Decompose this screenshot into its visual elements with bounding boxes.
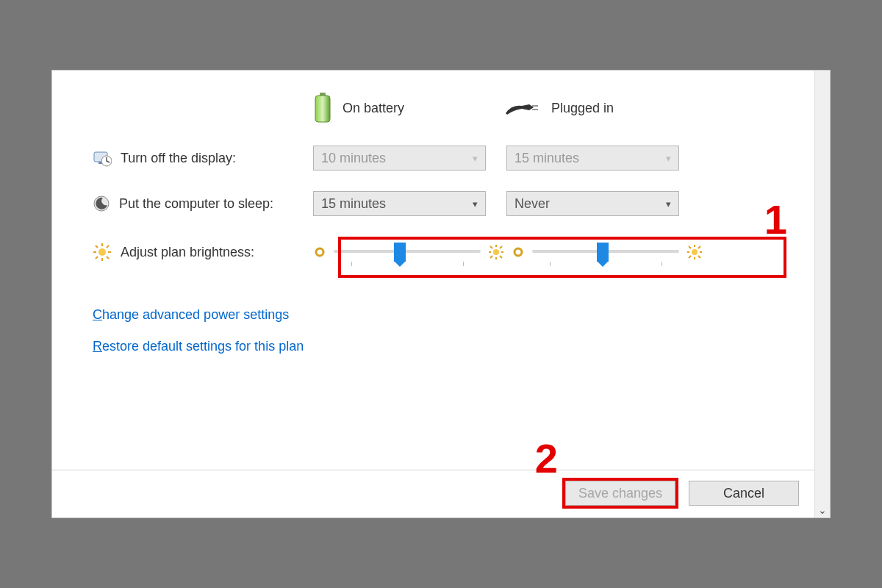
- chevron-down-icon: ▾: [473, 198, 478, 209]
- monitor-timer-icon: [93, 148, 112, 168]
- svg-point-8: [98, 248, 106, 256]
- svg-line-35: [698, 246, 700, 248]
- svg-point-17: [316, 248, 323, 256]
- brightness-battery-group: [313, 241, 504, 263]
- chevron-down-icon: ▾: [666, 153, 671, 164]
- svg-line-34: [698, 256, 700, 258]
- display-battery-select[interactable]: 10 minutes ▾: [313, 146, 486, 171]
- chevron-down-icon: ▾: [473, 153, 478, 164]
- moon-icon: [93, 195, 110, 212]
- svg-line-36: [689, 256, 691, 258]
- annotation-box-2: Save changes: [562, 478, 678, 509]
- svg-line-24: [500, 256, 502, 258]
- cancel-button[interactable]: Cancel: [689, 481, 799, 506]
- power-plan-window: On battery Plugged in: [51, 70, 831, 518]
- annotation-number-1: 1: [764, 196, 787, 243]
- brightness-label: Adjust plan brightness:: [121, 245, 254, 260]
- column-headers: On battery Plugged in: [93, 93, 800, 123]
- brightness-plugged-slider[interactable]: [532, 241, 679, 263]
- plug-icon: [504, 98, 541, 118]
- sleep-battery-value: 15 minutes: [321, 196, 386, 212]
- sleep-plugged-select[interactable]: Never ▾: [506, 191, 679, 216]
- restore-defaults-link[interactable]: Restore default settings for this plan: [93, 339, 304, 354]
- on-battery-header: On battery: [313, 93, 504, 123]
- svg-line-23: [490, 246, 492, 248]
- row-sleep: Put the computer to sleep: 15 minutes ▾ …: [93, 191, 800, 216]
- plugged-in-label: Plugged in: [551, 101, 614, 116]
- svg-rect-2: [532, 105, 538, 107]
- display-label: Turn off the display:: [121, 151, 236, 166]
- display-plugged-value: 15 minutes: [514, 151, 579, 166]
- sleep-battery-select[interactable]: 15 minutes ▾: [313, 191, 486, 216]
- brightness-low-icon: [313, 245, 326, 259]
- annotation-number-2: 2: [535, 434, 558, 482]
- brightness-plugged-group: [512, 241, 703, 263]
- svg-point-18: [493, 249, 499, 255]
- on-battery-label: On battery: [343, 101, 404, 116]
- svg-line-26: [490, 256, 492, 258]
- brightness-battery-slider[interactable]: [334, 241, 481, 263]
- plugged-in-header: Plugged in: [504, 98, 695, 118]
- links-section: Change advanced power settings Restore d…: [93, 307, 800, 370]
- svg-rect-1: [315, 96, 330, 122]
- svg-rect-3: [532, 109, 538, 110]
- chevron-down-icon: ▾: [666, 198, 671, 209]
- brightness-icon: [93, 243, 112, 262]
- display-plugged-select[interactable]: 15 minutes ▾: [506, 146, 679, 171]
- svg-point-28: [692, 249, 698, 255]
- vertical-scrollbar[interactable]: ⌄: [814, 71, 830, 517]
- svg-line-13: [96, 245, 98, 248]
- row-brightness: Adjust plan brightness:: [93, 241, 800, 263]
- sleep-plugged-value: Never: [514, 196, 550, 212]
- row-display: Turn off the display: 10 minutes ▾ 15 mi…: [93, 146, 800, 171]
- advanced-settings-link[interactable]: Change advanced power settings: [93, 307, 289, 323]
- footer-buttons: Save changes Cancel: [52, 470, 815, 506]
- svg-point-27: [514, 248, 522, 256]
- content-area: On battery Plugged in: [52, 71, 830, 370]
- brightness-low-icon: [512, 245, 525, 259]
- display-battery-value: 10 minutes: [321, 151, 386, 166]
- brightness-high-icon: [488, 244, 504, 260]
- svg-line-14: [107, 257, 109, 259]
- sleep-label: Put the computer to sleep:: [119, 196, 273, 212]
- svg-line-15: [107, 245, 109, 248]
- save-changes-button[interactable]: Save changes: [565, 481, 675, 506]
- svg-line-16: [96, 257, 98, 259]
- scroll-down-icon[interactable]: ⌄: [815, 503, 830, 517]
- svg-line-33: [689, 246, 691, 248]
- svg-line-25: [500, 246, 502, 248]
- brightness-high-icon: [686, 244, 703, 260]
- battery-icon: [313, 93, 332, 123]
